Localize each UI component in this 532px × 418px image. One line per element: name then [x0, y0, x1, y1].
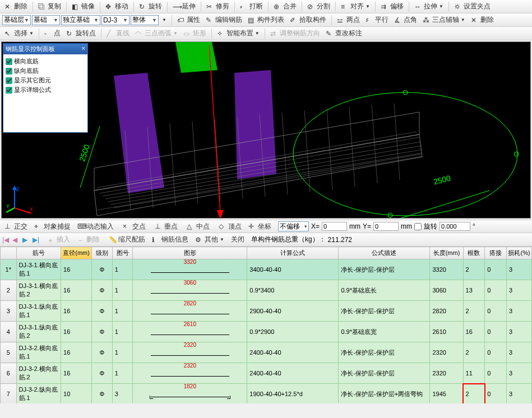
grade[interactable]: Φ	[92, 342, 113, 363]
length[interactable]: 3320	[430, 259, 463, 280]
row-number[interactable]: 6	[1, 363, 17, 384]
formula[interactable]: 0.9*2900	[247, 322, 339, 342]
pic-num[interactable]: 1	[112, 342, 133, 363]
formula[interactable]: 0.9*3400	[247, 280, 339, 301]
length[interactable]: 2610	[430, 322, 463, 342]
row-number[interactable]: 4	[1, 322, 17, 342]
set-grip-button[interactable]: ⛭设置夹点	[452, 1, 493, 12]
lap[interactable]: 0	[485, 259, 507, 280]
merge-button[interactable]: ⊕合并	[271, 1, 299, 12]
grade[interactable]: Φ	[92, 280, 113, 301]
column-header[interactable]: 直径(mm)	[61, 247, 92, 259]
formula-desc[interactable]: 净长-保护层-保护层	[339, 363, 430, 384]
3d-viewport[interactable]: 钢筋显示控制面板× 横向底筋纵向底筋显示其它图元显示详细公式	[1, 41, 531, 219]
y-input[interactable]	[373, 222, 399, 231]
other-button[interactable]: ⚙其他▼	[193, 234, 226, 245]
rebar-id[interactable]: DJ-3-1.纵向底筋.1	[16, 301, 61, 322]
ding-button[interactable]: ◇顶点	[216, 221, 244, 232]
count[interactable]: 13	[463, 280, 485, 301]
column-header[interactable]: 图号	[112, 247, 133, 259]
shape-cell[interactable]: 2820	[133, 301, 247, 322]
lap[interactable]: 0	[485, 280, 507, 301]
next-icon[interactable]: ▶	[22, 236, 30, 244]
offset-mode-dropdown[interactable]: 不偏移▾	[278, 221, 309, 231]
pic-num[interactable]: 1	[112, 322, 133, 342]
formula-desc[interactable]: 净长-保护层-保护层+两倍弯钩	[339, 384, 430, 404]
grade[interactable]: Φ	[92, 259, 113, 280]
zhong-button[interactable]: △中点	[184, 221, 212, 232]
pic-num[interactable]: 1	[112, 259, 133, 280]
shape-cell[interactable]: 2610	[133, 322, 247, 342]
diameter[interactable]: 16	[61, 363, 92, 384]
table-row[interactable]: 7DJ-3-2.纵向底筋.110Φ318201900-40-40+12.5*d净…	[1, 384, 532, 404]
length[interactable]: 2320	[430, 363, 463, 384]
pic-num[interactable]: 1	[112, 363, 133, 384]
column-header[interactable]: 搭接	[485, 247, 507, 259]
diameter[interactable]: 16	[61, 322, 92, 342]
table-row[interactable]: 2DJ-3-1.横向底筋.216Φ130600.9*34000.9*基础底长30…	[1, 280, 532, 301]
column-header[interactable]: 损耗(%)	[507, 247, 532, 259]
break-button[interactable]: ⸗打断	[238, 1, 265, 12]
shape-cell[interactable]: 1820	[133, 384, 247, 404]
smart-place-button[interactable]: ✧智能布置▼	[215, 28, 262, 39]
lap[interactable]: 0	[485, 363, 507, 384]
three-point-aux-button[interactable]: ⁂三点辅轴▼	[420, 15, 468, 25]
rotate-point-button[interactable]: ↻旋转点	[64, 28, 98, 39]
column-header[interactable]: 筋号	[16, 247, 61, 259]
formula[interactable]: 2900-40-40	[247, 301, 339, 322]
type-dropdown[interactable]: 独立基础▼	[61, 15, 100, 25]
length[interactable]: 2820	[430, 301, 463, 322]
component-dropdown[interactable]: DJ-3▼	[101, 15, 129, 25]
column-header[interactable]: 级别	[92, 247, 113, 259]
column-header[interactable]: 根数	[463, 247, 485, 259]
diameter[interactable]: 16	[61, 342, 92, 363]
diameter[interactable]: 16	[61, 301, 92, 322]
table-row[interactable]: 4DJ-3-1.纵向底筋.216Φ126100.9*29000.9*基础底宽26…	[1, 322, 532, 342]
dyn-input-toggle[interactable]: ⌨动态输入	[75, 221, 116, 232]
rebar-info-button[interactable]: ℹ钢筋信息	[150, 234, 191, 245]
table-row[interactable]: 1*DJ-3-1.横向底筋.116Φ133203400-40-40净长-保护层-…	[1, 259, 532, 280]
formula-desc[interactable]: 净长-保护层-保护层	[339, 259, 430, 280]
trim-button[interactable]: ✂修剪	[204, 1, 232, 12]
column-header[interactable]: 图形	[133, 247, 247, 259]
count[interactable]: 11	[463, 363, 485, 384]
shape-cell[interactable]: 2320	[133, 342, 247, 363]
lap[interactable]: 0	[485, 322, 507, 342]
formula[interactable]: 2400-40-40	[247, 363, 339, 384]
loss[interactable]: 3	[507, 280, 532, 301]
length[interactable]: 1945	[430, 384, 463, 404]
pic-num[interactable]: 3	[112, 384, 133, 404]
dropdown-extra[interactable]: ▼	[160, 17, 169, 23]
first-icon[interactable]: |◀	[2, 236, 10, 244]
count[interactable]: 2	[463, 301, 485, 322]
formula-desc[interactable]: 净长-保护层-保护层	[339, 301, 430, 322]
edit-rebar-button[interactable]: ✎编辑钢筋	[203, 15, 244, 25]
formula-desc[interactable]: 净长-保护层-保护层	[339, 342, 430, 363]
loss[interactable]: 3	[507, 363, 532, 384]
move-button[interactable]: ✥移动	[103, 1, 131, 12]
stretch-button[interactable]: ↔拉伸▼	[412, 1, 446, 12]
delete2-button[interactable]: ✕删除	[469, 15, 496, 25]
diameter[interactable]: 16	[61, 280, 92, 301]
length[interactable]: 2320	[430, 342, 463, 363]
table-row[interactable]: 5DJ-3-2.横向底筋.116Φ123202400-40-40净长-保护层-保…	[1, 342, 532, 363]
loss[interactable]: 3	[507, 342, 532, 363]
pic-num[interactable]: 1	[112, 280, 133, 301]
close-button[interactable]: 关闭	[229, 234, 247, 245]
row-number[interactable]: 7	[1, 384, 17, 404]
rotate-input[interactable]	[440, 222, 470, 231]
offset-button[interactable]: ⇉偏移	[378, 1, 406, 12]
scope-dropdown[interactable]: 整体▼	[131, 15, 159, 25]
rotate-button[interactable]: ↻旋转	[137, 1, 164, 12]
rebar-id[interactable]: DJ-3-2.纵向底筋.1	[16, 384, 61, 404]
loss[interactable]: 3	[507, 301, 532, 322]
category-dropdown[interactable]: 基础▼	[32, 15, 60, 25]
last-icon[interactable]: ▶|	[33, 236, 40, 244]
lap[interactable]: 0	[485, 301, 507, 322]
rebar-id[interactable]: DJ-3-2.横向底筋.1	[16, 342, 61, 363]
diameter[interactable]: 10	[61, 384, 92, 404]
formula[interactable]: 3400-40-40	[247, 259, 339, 280]
layer-dropdown[interactable]: 基础层▼	[2, 15, 31, 25]
grade[interactable]: Φ	[92, 363, 113, 384]
count[interactable]: 16	[463, 322, 485, 342]
